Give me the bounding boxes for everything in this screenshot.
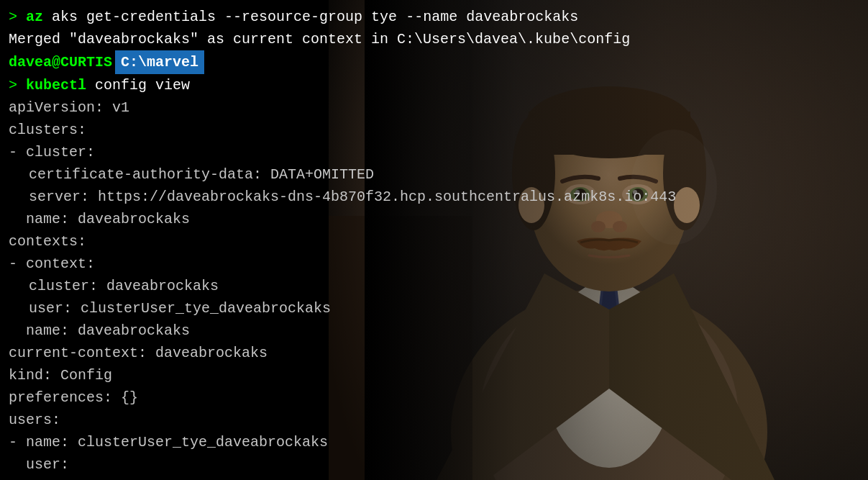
yaml-line-3: - cluster: <box>9 141 859 163</box>
name-flag: --name <box>397 9 466 25</box>
yaml-line-6: name: daveabrockaks <box>9 208 859 230</box>
yaml-line-7: contexts: <box>9 230 859 253</box>
yaml-line-5: server: https://daveabrockaks-dns-4b870f… <box>9 186 859 208</box>
aks-subcommand: aks get-credentials --resource-group <box>43 9 371 25</box>
yaml-line-17: user: <box>9 453 859 476</box>
yaml-line-13: kind: Config <box>9 364 859 386</box>
yaml-line-4: certificate-authority-data: DATA+OMITTED <box>9 163 859 186</box>
resource-group-value: tye <box>371 9 397 25</box>
kubectl-args: config view <box>86 77 190 94</box>
cluster-name-value: daveabrockaks <box>466 9 578 25</box>
prompt-symbol-2: > <box>9 77 26 94</box>
yaml-line-11: name: daveabrockaks <box>9 320 859 342</box>
yaml-line-9: cluster: daveabrockaks <box>9 275 859 297</box>
yaml-line-10: user: clusterUser_tye_daveabrockaks <box>9 297 859 320</box>
kubectl-command: kubectl <box>26 77 86 94</box>
az-command: az <box>26 9 43 25</box>
yaml-line-1: apiVersion: v1 <box>9 96 859 119</box>
yaml-line-14: preferences: {} <box>9 386 859 409</box>
user-host-label: davea@CURTIS <box>9 51 112 73</box>
path-badge: C:\marvel <box>115 50 204 74</box>
command-line-1: > az aks get-credentials --resource-grou… <box>9 6 859 28</box>
yaml-line-16: - name: clusterUser_tye_daveabrockaks <box>9 431 859 453</box>
yaml-line-15: users: <box>9 409 859 431</box>
yaml-line-18: client-certificate-data: REDACTED <box>9 476 859 480</box>
yaml-line-8: - context: <box>9 253 859 275</box>
terminal-window: > az aks get-credentials --resource-grou… <box>0 0 868 480</box>
yaml-line-12: current-context: daveabrockaks <box>9 342 859 364</box>
prompt-with-path: davea@CURTIS C:\marvel <box>9 50 859 74</box>
merged-output-line: Merged "daveabrockaks" as current contex… <box>9 28 859 50</box>
yaml-line-2: clusters: <box>9 119 859 141</box>
kubectl-command-line: > kubectl config view <box>9 74 859 96</box>
prompt-symbol: > <box>9 9 26 25</box>
